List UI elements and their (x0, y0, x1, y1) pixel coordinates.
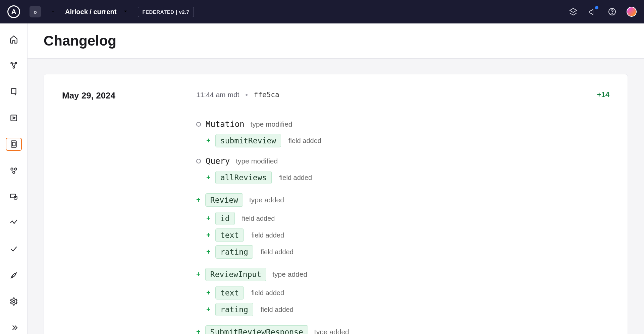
field-name[interactable]: allReviews (215, 171, 272, 184)
type-name[interactable]: Review (205, 193, 243, 207)
change-group: +Reviewtype added+idfield added+textfiel… (196, 193, 609, 260)
entry-change-count: +14 (597, 90, 609, 99)
announcement-icon[interactable] (588, 7, 598, 17)
change-children: +idfield added+textfield added+ratingfie… (196, 210, 609, 260)
modified-icon (196, 122, 201, 127)
field-desc: field added (261, 306, 293, 314)
plus-icon: + (206, 248, 211, 256)
svg-rect-9 (12, 142, 15, 146)
nav-subgraphs[interactable] (6, 164, 22, 177)
change-group-head: +SubmitReviewResponsetype added (196, 325, 609, 334)
main-panel: Changelog May 29, 2024 11:44 am mdt • ff… (28, 23, 644, 334)
separator-dot: • (245, 91, 248, 99)
field-name[interactable]: rating (215, 245, 253, 259)
change-group-head: +Reviewtype added (196, 193, 609, 207)
plus-icon: + (206, 231, 211, 240)
nav-expand[interactable] (6, 321, 22, 334)
page-title: Changelog (44, 33, 628, 49)
change-child: +ratingfield added (206, 244, 609, 260)
change-child: +allReviewsfield added (206, 169, 609, 186)
svg-point-4 (15, 63, 16, 64)
nav-explorer[interactable] (6, 112, 22, 124)
apollo-logo[interactable]: A (7, 5, 20, 18)
top-bar: A o Airlock / current FEDERATED | v2.7 (0, 0, 644, 23)
plus-icon: + (196, 196, 201, 204)
nav-clients[interactable] (6, 190, 22, 203)
type-desc: type added (249, 196, 284, 204)
field-name[interactable]: rating (215, 303, 253, 316)
type-name[interactable]: Mutation (206, 120, 245, 129)
logo-letter: A (11, 8, 16, 16)
notification-dot (595, 6, 598, 9)
field-name[interactable]: id (215, 212, 235, 225)
avatar[interactable] (627, 7, 637, 17)
change-group: Querytype modified+allReviewsfield added (196, 156, 609, 186)
plus-icon: + (196, 270, 201, 279)
count-prefix: + (597, 90, 601, 99)
change-child: +submitReviewfield added (206, 132, 609, 149)
change-group: +ReviewInputtype added+textfield added+r… (196, 268, 609, 318)
type-desc: type modified (251, 120, 292, 128)
change-child: +ratingfield added (206, 301, 609, 318)
org-letter: o (34, 9, 37, 15)
type-desc: type added (314, 328, 349, 334)
type-desc: type added (272, 270, 307, 278)
field-name[interactable]: text (215, 286, 244, 299)
modified-icon (196, 159, 201, 163)
change-children: +allReviewsfield added (196, 169, 609, 186)
svg-rect-13 (10, 194, 15, 198)
entry-meta: 11:44 am mdt • ffe5ca +14 (196, 90, 609, 108)
entry-time: 11:44 am mdt (196, 91, 239, 99)
breadcrumb-text: Airlock / current (65, 8, 116, 16)
plus-icon: + (206, 305, 211, 314)
plus-icon: + (206, 288, 211, 297)
change-group-head: Querytype modified (196, 156, 609, 166)
change-children: +textfield added+ratingfield added (196, 284, 609, 318)
svg-point-5 (13, 67, 14, 68)
nav-settings[interactable] (6, 295, 22, 308)
nav-checks[interactable] (6, 243, 22, 255)
side-nav (0, 23, 28, 334)
nav-launches[interactable] (6, 269, 22, 282)
nav-changelog[interactable] (6, 138, 22, 151)
changelog-entry: May 29, 2024 11:44 am mdt • ffe5ca +14 M… (62, 90, 609, 334)
layers-icon[interactable] (568, 7, 578, 17)
breadcrumb[interactable]: Airlock / current (65, 8, 128, 16)
federated-badge: FEDERATED | v2.7 (138, 7, 194, 17)
nav-schema[interactable] (6, 59, 22, 72)
field-desc: field added (251, 289, 284, 297)
nav-home[interactable] (6, 33, 22, 46)
svg-point-3 (11, 63, 12, 64)
svg-marker-0 (570, 8, 577, 12)
type-desc: type modified (236, 157, 278, 165)
entry-date: May 29, 2024 (62, 90, 143, 334)
change-group-head: +ReviewInputtype added (196, 268, 609, 281)
type-name[interactable]: Query (206, 156, 230, 166)
plus-icon: + (206, 136, 211, 145)
nav-proposals[interactable] (6, 85, 22, 98)
plus-icon: + (206, 173, 211, 182)
entry-commit[interactable]: ffe5ca (254, 91, 279, 99)
change-child: +idfield added (206, 210, 609, 227)
svg-point-2 (612, 13, 612, 14)
field-name[interactable]: submitReview (215, 134, 281, 147)
org-switcher[interactable]: o (30, 6, 41, 17)
field-name[interactable]: text (215, 228, 244, 242)
page-header: Changelog (28, 23, 644, 59)
type-name[interactable]: ReviewInput (205, 268, 266, 281)
chevron-down-icon[interactable] (122, 8, 128, 15)
help-icon[interactable] (607, 7, 617, 17)
change-group-head: Mutationtype modified (196, 120, 609, 129)
change-group: Mutationtype modified+submitReviewfield … (196, 120, 609, 149)
change-group: +SubmitReviewResponsetype added (196, 325, 609, 334)
svg-point-12 (12, 171, 15, 174)
field-desc: field added (288, 137, 321, 145)
nav-insights[interactable] (6, 216, 22, 229)
svg-point-15 (12, 300, 15, 303)
type-name[interactable]: SubmitReviewResponse (205, 325, 308, 334)
field-desc: field added (279, 174, 312, 182)
chevron-down-icon[interactable] (50, 9, 56, 15)
count-value: 14 (601, 90, 609, 99)
change-child: +textfield added (206, 284, 609, 301)
change-children: +submitReviewfield added (196, 132, 609, 149)
